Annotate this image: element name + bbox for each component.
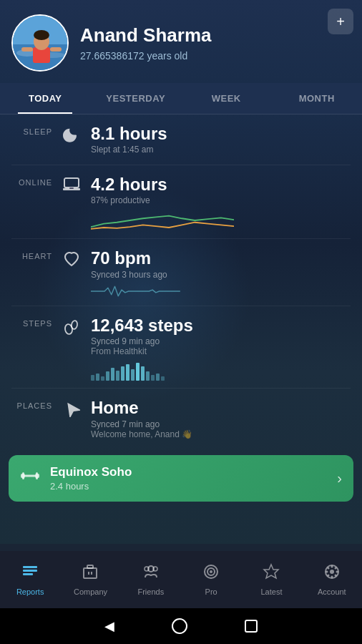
svg-marker-48 (264, 565, 278, 578)
nav-label-pro: Pro (205, 587, 217, 596)
svg-point-13 (71, 320, 78, 329)
company-icon (82, 563, 99, 585)
tab-yesterday[interactable]: YESTERDAY (91, 83, 182, 114)
nav-item-latest[interactable]: Latest (241, 551, 301, 608)
svg-rect-39 (87, 565, 93, 568)
steps-stat: STEPS 12,643 steps Synced 9 min ago From… (0, 306, 362, 388)
heart-sub: Synced 3 hours ago (91, 270, 351, 280)
places-content: Home Synced 7 min ago Welcome home, Anan… (85, 399, 351, 439)
svg-point-47 (210, 570, 212, 573)
svg-rect-32 (22, 472, 24, 479)
online-sub: 87% productive (91, 195, 351, 205)
nav-item-account[interactable]: Account (302, 551, 362, 608)
online-content: 4.2 hours 87% productive (85, 175, 351, 231)
svg-point-53 (331, 566, 333, 568)
places-sub: Synced 7 min ago (91, 419, 351, 429)
account-icon (323, 563, 341, 585)
heart-content: 70 bpm Synced 3 hours ago (85, 249, 351, 298)
tabs-bar: TODAY YESTERDAY WEEK MONTH (0, 83, 362, 114)
moon-icon (58, 125, 85, 145)
svg-rect-17 (106, 371, 109, 381)
svg-rect-23 (136, 363, 140, 381)
svg-point-52 (326, 571, 328, 573)
heart-label: HEART (11, 249, 58, 260)
user-age: 27.665386172 years old (80, 50, 351, 62)
svg-point-6 (34, 30, 49, 40)
svg-rect-34 (24, 475, 36, 477)
svg-rect-22 (131, 369, 134, 381)
svg-point-54 (331, 576, 333, 578)
svg-rect-40 (88, 572, 89, 575)
tab-month[interactable]: MONTH (272, 83, 363, 114)
svg-rect-19 (116, 371, 119, 381)
nav-label-reports: Reports (16, 587, 44, 596)
android-navbar: ◀ (0, 608, 362, 644)
sleep-sub: Slept at 1:45 am (91, 145, 351, 155)
steps-value: 12,643 steps (91, 316, 351, 335)
sleep-stat: SLEEP 8.1 hours Slept at 1:45 am (0, 114, 362, 165)
nav-label-account: Account (318, 587, 346, 596)
heart-stat: HEART 70 bpm Synced 3 hours ago (0, 239, 362, 305)
header: Anand Sharma 27.665386172 years old + (0, 0, 362, 83)
steps-sub: Synced 9 min ago (91, 336, 351, 346)
places-label: PLACES (11, 399, 58, 410)
footprints-icon (58, 316, 85, 336)
main-content: SLEEP 8.1 hours Slept at 1:45 am ONLINE … (0, 114, 362, 544)
nav-item-friends[interactable]: Friends (121, 551, 181, 608)
header-top: Anand Sharma 27.665386172 years old (11, 14, 351, 83)
gym-duration: 2.4 hours (50, 481, 337, 492)
svg-rect-28 (161, 376, 165, 381)
svg-rect-24 (141, 366, 145, 381)
nav-label-latest: Latest (260, 587, 282, 596)
heart-chart (91, 284, 351, 298)
svg-marker-29 (63, 400, 80, 417)
places-value: Home (91, 399, 351, 417)
steps-sub2: From Healthkit (91, 346, 351, 356)
svg-rect-11 (69, 187, 74, 189)
sleep-content: 8.1 hours Slept at 1:45 am (85, 125, 351, 155)
gym-banner[interactable]: Equinox Soho 2.4 hours › (9, 455, 353, 502)
gym-name: Equinox Soho (50, 465, 337, 479)
nav-item-company[interactable]: Company (60, 551, 120, 608)
svg-rect-7 (21, 47, 33, 52)
steps-chart (91, 361, 351, 381)
svg-point-58 (327, 567, 329, 570)
avatar (11, 14, 69, 72)
recents-button[interactable] (245, 620, 258, 633)
svg-rect-27 (156, 374, 160, 381)
online-chart (91, 210, 351, 231)
nav-label-friends: Friends (137, 587, 164, 596)
nav-item-reports[interactable]: Reports (0, 551, 60, 608)
svg-rect-37 (23, 573, 33, 575)
header-info: Anand Sharma 27.665386172 years old (80, 24, 351, 61)
sleep-value: 8.1 hours (91, 125, 351, 143)
svg-rect-15 (96, 374, 99, 381)
user-name: Anand Sharma (80, 24, 351, 47)
svg-point-50 (330, 570, 334, 574)
tab-week[interactable]: WEEK (181, 83, 272, 114)
gym-chevron-icon: › (337, 470, 342, 487)
latest-icon (263, 563, 280, 585)
nav-label-company: Company (74, 587, 107, 596)
laptop-icon (58, 175, 85, 192)
svg-rect-25 (146, 371, 150, 381)
nav-item-pro[interactable]: Pro (181, 551, 241, 608)
navigation-icon (58, 399, 85, 417)
add-button[interactable]: + (328, 9, 353, 34)
home-button[interactable] (172, 618, 187, 634)
gym-info: Equinox Soho 2.4 hours (50, 465, 337, 492)
sleep-label: SLEEP (11, 125, 58, 136)
svg-point-55 (334, 567, 336, 570)
heart-icon (58, 249, 85, 268)
tab-today[interactable]: TODAY (0, 83, 91, 114)
svg-rect-36 (23, 570, 37, 572)
back-button[interactable]: ◀ (104, 618, 114, 634)
svg-point-56 (327, 575, 329, 577)
svg-rect-41 (91, 572, 92, 575)
gym-icon (20, 466, 40, 490)
online-stat: ONLINE 4.2 hours 87% productive (0, 165, 362, 238)
svg-point-51 (336, 571, 338, 573)
online-label: ONLINE (11, 175, 58, 187)
places-sub2: Welcome home, Anand 👋 (91, 429, 351, 439)
svg-rect-26 (151, 375, 155, 381)
